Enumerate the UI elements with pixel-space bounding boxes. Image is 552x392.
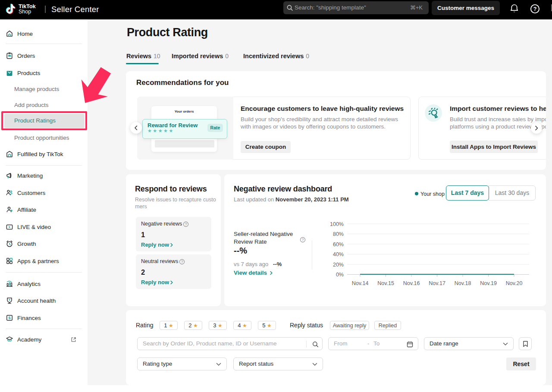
- svg-text:Nov.16: Nov.16: [403, 280, 420, 286]
- svg-text:60%: 60%: [333, 241, 344, 248]
- svg-text:80%: 80%: [333, 231, 344, 237]
- svg-text:Nov.20: Nov.20: [506, 280, 523, 286]
- svg-text:Nov.14: Nov.14: [352, 280, 369, 286]
- svg-text:?: ?: [533, 6, 537, 12]
- svg-text:Nov.15: Nov.15: [377, 280, 394, 286]
- svg-text:$: $: [8, 316, 10, 320]
- svg-text:Nov.17: Nov.17: [429, 280, 445, 286]
- svg-text:40%: 40%: [333, 251, 344, 257]
- svg-text:Nov.18: Nov.18: [455, 280, 471, 286]
- svg-text:20%: 20%: [333, 262, 344, 268]
- svg-text:Nov.19: Nov.19: [480, 280, 497, 286]
- svg-text:?: ?: [185, 222, 187, 226]
- svg-text:?: ?: [302, 238, 304, 242]
- svg-text:?: ?: [181, 260, 183, 264]
- svg-text:100%: 100%: [330, 221, 344, 227]
- svg-text:0%: 0%: [336, 272, 344, 278]
